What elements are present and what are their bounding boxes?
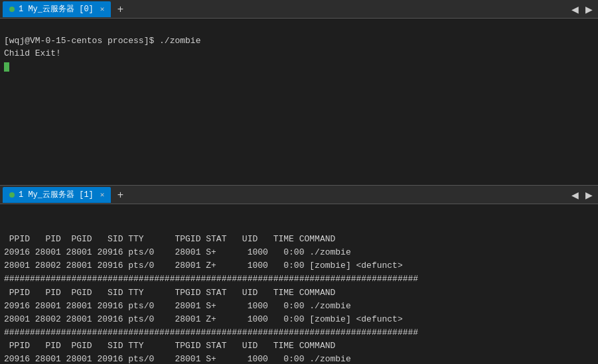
bottom-nav-left-button[interactable]: ◀: [569, 190, 581, 200]
top-tab-bar-left: 1 My_云服务器 [0] ✕ +: [3, 1, 128, 17]
bottom-nav-right-button[interactable]: ▶: [583, 190, 595, 200]
block-1-row-1: 28001 28002 28001 20916 pts/0 28001 Z+ 1…: [4, 313, 594, 326]
top-tab[interactable]: 1 My_云服务器 [0] ✕: [3, 1, 111, 17]
bottom-add-tab-button[interactable]: +: [112, 187, 128, 203]
top-nav-right-button[interactable]: ▶: [583, 4, 595, 15]
top-nav-left-button[interactable]: ◀: [569, 4, 581, 15]
block-0-header: PPID PID PGID SID TTY TPGID STAT UID TIM…: [4, 233, 594, 246]
bottom-tab-dot-icon: [9, 192, 15, 198]
top-tab-close-icon[interactable]: ✕: [100, 5, 105, 13]
bottom-tab-label: 1 My_云服务器 [1]: [19, 189, 94, 200]
bottom-terminal-panel: 1 My_云服务器 [1] ✕ + ◀ ▶ PPID PID PGID SID …: [0, 186, 598, 364]
bottom-tab[interactable]: 1 My_云服务器 [1] ✕: [3, 187, 111, 203]
block-2-header: PPID PID PGID SID TTY TPGID STAT UID TIM…: [4, 339, 594, 353]
top-tab-nav: ◀ ▶: [569, 4, 595, 15]
bottom-tab-close-icon[interactable]: ✕: [100, 190, 105, 199]
top-tab-bar: 1 My_云服务器 [0] ✕ + ◀ ▶: [0, 0, 598, 19]
top-line-1: [wqj@VM-0-15-centos process]$ ./zombie: [4, 36, 200, 46]
block-0-row-1: 28001 28002 28001 20916 pts/0 28001 Z+ 1…: [4, 259, 594, 273]
top-tab-label: 1 My_云服务器 [0]: [19, 3, 94, 15]
separator-0: ########################################…: [4, 273, 594, 286]
bottom-tab-bar: 1 My_云服务器 [1] ✕ + ◀ ▶: [0, 186, 598, 204]
separator-1: ########################################…: [4, 326, 594, 339]
top-terminal-panel: 1 My_云服务器 [0] ✕ + ◀ ▶ [wqj@VM-0-15-cento…: [0, 0, 598, 186]
top-line-2: Child Exit!: [4, 48, 61, 58]
block-2-row-0: 20916 28001 28001 20916 pts/0 28001 S+ 1…: [4, 353, 594, 364]
cursor-icon: [4, 62, 9, 72]
block-0-row-0: 20916 28001 28001 20916 pts/0 28001 S+ 1…: [4, 246, 594, 259]
bottom-tab-nav: ◀ ▶: [569, 190, 595, 200]
block-1-header: PPID PID PGID SID TTY TPGID STAT UID TIM…: [4, 286, 594, 300]
block-1-row-0: 20916 28001 28001 20916 pts/0 28001 S+ 1…: [4, 300, 594, 313]
bottom-terminal-content[interactable]: PPID PID PGID SID TTY TPGID STAT UID TIM…: [0, 204, 598, 364]
bottom-tab-bar-left: 1 My_云服务器 [1] ✕ +: [3, 187, 128, 203]
tab-dot-icon: [9, 7, 15, 12]
process-table: PPID PID PGID SID TTY TPGID STAT UID TIM…: [4, 233, 594, 364]
top-add-tab-button[interactable]: +: [112, 1, 128, 17]
top-terminal-content[interactable]: [wqj@VM-0-15-centos process]$ ./zombie C…: [0, 19, 598, 185]
